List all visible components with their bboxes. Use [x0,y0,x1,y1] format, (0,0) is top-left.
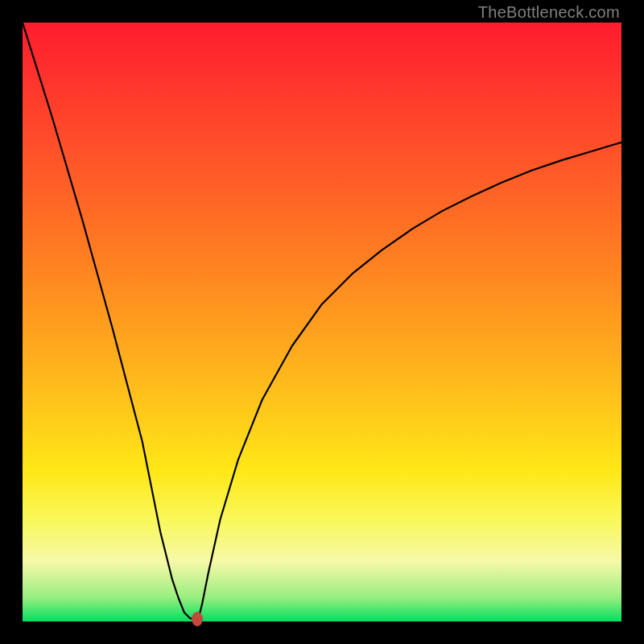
curve-svg [23,23,621,621]
watermark-text: TheBottleneck.com [478,3,620,22]
minimum-marker [192,612,203,626]
bottleneck-curve-path [23,23,621,618]
plot-area [23,23,621,621]
chart-frame: TheBottleneck.com [0,0,644,644]
